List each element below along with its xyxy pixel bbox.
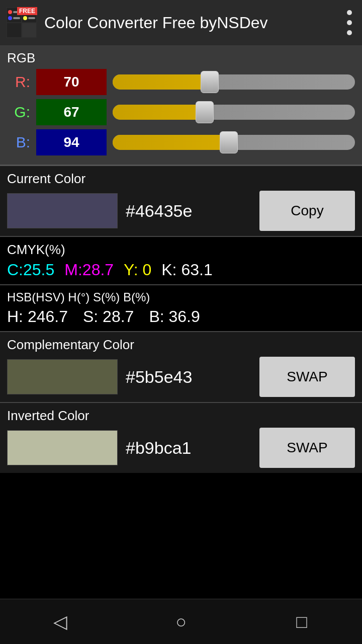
complementary-hex: #5b5e43 — [126, 367, 251, 387]
r-slider-track[interactable] — [113, 74, 355, 90]
inverted-hex: #b9bca1 — [126, 438, 251, 458]
b-slider[interactable] — [113, 129, 355, 155]
hsb-b: B: 36.9 — [149, 307, 200, 326]
b-slider-track[interactable] — [113, 135, 355, 150]
hsb-title: HSB(HSV) H(°) S(%) B(%) — [7, 290, 355, 304]
app-header: FREE Color Converter Free byNSDev — [0, 0, 362, 45]
svg-rect-12 — [22, 23, 36, 37]
complementary-title: Complementary Color — [7, 337, 355, 353]
b-label: B: — [7, 134, 30, 151]
svg-rect-10 — [28, 17, 35, 19]
hsb-s: S: 28.7 — [83, 307, 134, 326]
g-slider-thumb[interactable] — [196, 101, 214, 123]
inverted-color-section: Inverted Color #b9bca1 SWAP — [0, 402, 362, 473]
back-icon: ◁ — [53, 611, 67, 632]
b-row: B: 94 — [7, 129, 355, 155]
cmyk-y: Y: 0 — [124, 261, 151, 279]
app-icon: FREE — [6, 7, 37, 38]
inverted-swap-button[interactable]: SWAP — [259, 428, 355, 468]
complementary-swap-button[interactable]: SWAP — [259, 357, 355, 397]
menu-dot — [347, 20, 352, 25]
menu-button[interactable] — [343, 6, 356, 39]
r-label: R: — [7, 73, 30, 91]
r-row: R: 70 — [7, 69, 355, 95]
copy-button[interactable]: Copy — [259, 191, 355, 231]
g-slider[interactable] — [113, 99, 355, 125]
complementary-color-section: Complementary Color #5b5e43 SWAP — [0, 331, 362, 402]
svg-point-3 — [8, 16, 12, 20]
cmyk-values: C:25.5 M:28.7 Y: 0 K: 63.1 — [7, 261, 355, 279]
b-slider-fill — [113, 135, 229, 150]
g-value-box[interactable]: 67 — [36, 99, 107, 125]
recents-icon: □ — [296, 611, 307, 632]
g-label: G: — [7, 104, 30, 121]
svg-rect-5 — [13, 17, 20, 19]
current-color-title: Current Color — [7, 171, 355, 187]
cmyk-c: C:25.5 — [7, 261, 54, 279]
current-color-hex: #46435e — [126, 201, 251, 221]
home-button[interactable]: ○ — [161, 607, 201, 637]
current-color-row: #46435e Copy — [7, 191, 355, 231]
cmyk-section: CMYK(%) C:25.5 M:28.7 Y: 0 K: 63.1 — [0, 236, 362, 284]
r-slider-thumb[interactable] — [201, 71, 219, 93]
svg-point-8 — [23, 16, 27, 20]
cmyk-title: CMYK(%) — [7, 242, 355, 258]
inverted-swatch — [7, 430, 118, 465]
hsb-values: H: 246.7 S: 28.7 B: 36.9 — [7, 307, 355, 326]
complementary-swatch — [7, 359, 118, 394]
main-content — [0, 473, 362, 599]
g-slider-track[interactable] — [113, 105, 355, 120]
inverted-title: Inverted Color — [7, 408, 355, 424]
menu-dot — [347, 10, 352, 15]
hsb-h: H: 246.7 — [7, 307, 68, 326]
home-icon: ○ — [175, 611, 187, 632]
rgb-label: RGB — [7, 50, 355, 66]
g-row: G: 67 — [7, 99, 355, 125]
r-value-box[interactable]: 70 — [36, 69, 107, 95]
app-title: Color Converter Free byNSDev — [44, 14, 343, 32]
free-badge: FREE — [17, 7, 37, 15]
r-slider-fill — [113, 74, 210, 90]
hsb-section: HSB(HSV) H(°) S(%) B(%) H: 246.7 S: 28.7… — [0, 284, 362, 331]
bottom-nav: ◁ ○ □ — [0, 599, 362, 644]
recents-button[interactable]: □ — [282, 607, 322, 637]
b-slider-thumb[interactable] — [220, 131, 238, 153]
rgb-section: RGB R: 70 G: 67 B: 94 — [0, 45, 362, 165]
inverted-color-row: #b9bca1 SWAP — [7, 428, 355, 468]
svg-rect-11 — [7, 23, 21, 37]
menu-dot — [347, 30, 352, 35]
b-value-box[interactable]: 94 — [36, 129, 107, 155]
back-button[interactable]: ◁ — [40, 607, 80, 637]
r-slider[interactable] — [113, 69, 355, 95]
current-color-section: Current Color #46435e Copy — [0, 166, 362, 236]
svg-point-2 — [8, 10, 12, 14]
cmyk-m: M:28.7 — [64, 261, 114, 279]
complementary-color-row: #5b5e43 SWAP — [7, 357, 355, 397]
current-color-swatch — [7, 193, 118, 228]
cmyk-k: K: 63.1 — [161, 261, 212, 279]
g-slider-fill — [113, 105, 205, 120]
